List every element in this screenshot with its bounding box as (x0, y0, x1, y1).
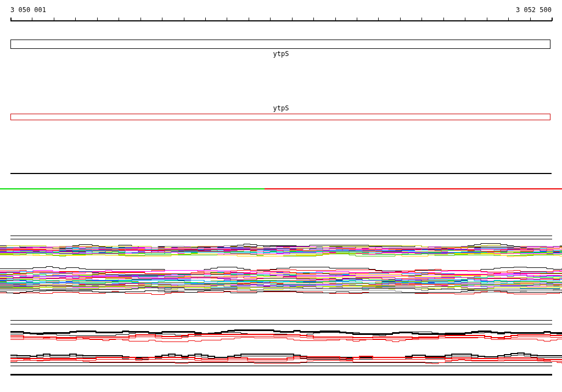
ruler-end-position: 3 052 500 (516, 7, 552, 13)
gene-box-top[interactable] (10, 40, 550, 49)
gene-box-bottom[interactable] (10, 114, 550, 120)
gene-label-bottom: ytpS (266, 105, 296, 111)
gene-label-top: ytpS (266, 51, 296, 57)
genome-plot-canvas (0, 0, 562, 392)
strand-marker-red (265, 188, 562, 189)
ruler-start-position: 3 050 001 (10, 7, 46, 13)
separator-line (10, 173, 552, 174)
strand-marker-green (0, 188, 265, 189)
genome-browser-view: 3 050 001 3 052 500 ytpS ytpS (0, 0, 562, 392)
